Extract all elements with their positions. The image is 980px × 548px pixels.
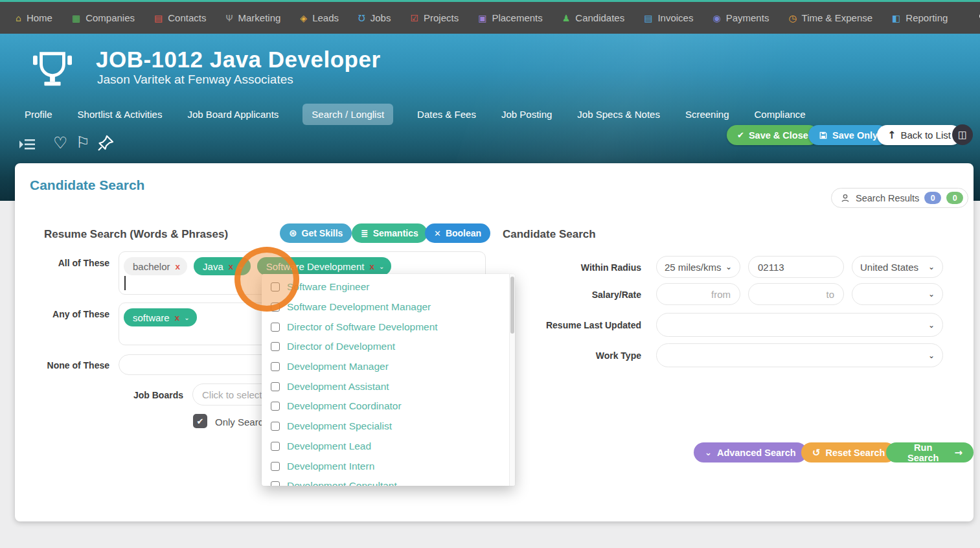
tab-compliance[interactable]: Compliance [753,104,806,125]
semantics-button[interactable]: ≣ Semantics [352,223,427,243]
checkbox-icon[interactable] [271,323,280,332]
panel-toggle-button[interactable]: ◫ [952,124,973,145]
advanced-search-button[interactable]: ⌄ Advanced Search [694,442,807,462]
tab-search-longlist[interactable]: Search / Longlist [302,104,393,125]
dropdown-option[interactable]: Development Lead [262,437,515,457]
nav-item-invoices[interactable]: ▤Invoices [644,12,693,23]
checkbox-icon[interactable] [271,303,280,312]
zip-input[interactable] [748,256,844,278]
nav-item-projects[interactable]: ☑Projects [410,12,459,23]
dropdown-option[interactable]: Development Assistant [262,376,515,396]
text-caret [124,276,126,290]
nav-item-companies[interactable]: ▦Companies [72,12,135,23]
boolean-button[interactable]: ✕ Boolean [425,223,490,243]
remove-tag-icon[interactable]: x [229,262,234,271]
get-skills-button[interactable]: ⊛ Get Skills [280,223,352,243]
tag-bachelor[interactable]: bachelor x [124,257,187,275]
country-select[interactable]: United States ⌄ [852,256,943,278]
payments-icon: ◉ [712,14,720,23]
checkbox-icon[interactable] [271,422,280,431]
nav-item-contacts[interactable]: ▤Contacts [154,12,206,23]
dropdown-option[interactable]: Director of Software Development [262,317,515,337]
dropdown-option[interactable]: Software Engineer [262,277,515,297]
boolean-x-icon: ✕ [434,229,441,238]
tab-profile[interactable]: Profile [23,104,54,125]
resume-last-updated-select[interactable]: ⌄ [656,313,943,337]
pin-icon[interactable] [97,135,114,152]
nav-item-marketing[interactable]: ΨMarketing [225,12,280,23]
nav-item-jobs[interactable]: ƱJobs [358,12,391,23]
tab-job-posting[interactable]: Job Posting [500,104,553,125]
salary-from-input[interactable] [656,283,740,305]
check-icon: ✔ [737,130,744,140]
save-close-button[interactable]: ✔ Save & Close [727,125,819,145]
reset-search-button[interactable]: ↺ Reset Search [801,442,896,462]
checkbox-icon[interactable] [271,362,280,371]
run-search-button[interactable]: Run Search → [886,442,974,462]
save-only-button[interactable]: Save Only [808,125,888,145]
nav-item-placements[interactable]: ▣Placements [478,12,543,23]
tab-dates-fees[interactable]: Dates & Fees [416,104,477,125]
nav-item-payments[interactable]: ◉Payments [712,12,769,23]
chevron-down-icon[interactable]: ⌄ [184,314,189,321]
remove-tag-icon[interactable]: x [176,262,181,271]
nav-item-time-expense[interactable]: ◷Time & Expense [788,12,872,23]
tab-job-board-applicants[interactable]: Job Board Applicants [186,104,280,125]
tag-software-development[interactable]: Software Development x ⌄ [257,257,392,275]
heart-icon[interactable]: ♡ [53,133,67,152]
chevron-down-icon: ⌄ [928,262,935,271]
tag-java[interactable]: Java x ⌄ [194,257,251,275]
salary-period-select[interactable]: ⌄ [852,283,943,305]
dropdown-option[interactable]: Software Development Manager [262,297,515,317]
none-of-these-label: None of These [15,360,109,371]
undo-icon: ↺ [812,447,821,459]
scrollbar-thumb[interactable] [510,277,514,334]
card-title: Candidate Search [30,177,144,193]
nav-item-candidates[interactable]: ♟Candidates [562,12,624,23]
home-icon: ⌂ [16,14,21,23]
search-results-pill[interactable]: Search Results 0 0 [831,188,968,208]
skills-icon: ⊛ [289,227,297,239]
queue-toggle-icon[interactable] [18,136,36,153]
salary-to-input[interactable] [748,283,844,305]
dropdown-option[interactable]: Development Coordinator [262,396,515,417]
checkbox-icon[interactable] [271,342,280,351]
resume-search-title: Resume Search (Words & Phrases) [44,228,228,241]
nav-item-reporting[interactable]: ◧Reporting [892,12,948,23]
checkbox-icon[interactable] [271,402,280,411]
checkbox-icon[interactable] [271,481,280,486]
job-title-suggestion-dropdown: Software Engineer Software Development M… [262,274,515,486]
tag-software[interactable]: software x ⌄ [124,308,197,326]
dropdown-option[interactable]: Development Manager [262,357,515,377]
reporting-icon: ◧ [892,14,900,23]
dropdown-option[interactable]: Director of Development [262,337,515,357]
back-to-list-button[interactable]: ↑ Back to List [877,125,961,145]
dropdown-scrollbar[interactable] [509,274,515,486]
checkbox-icon[interactable] [271,442,280,451]
chevron-down-icon[interactable]: ⌄ [238,263,243,270]
candidates-icon: ♟ [562,14,571,23]
work-type-select[interactable]: ⌄ [656,343,943,367]
semantics-icon: ≣ [361,228,369,238]
remove-tag-icon[interactable]: x [175,313,180,323]
only-search-checkbox[interactable]: ✔ [193,414,207,428]
dropdown-option[interactable]: Development Specialist [262,417,515,437]
contacts-icon: ▤ [154,14,163,23]
radius-select[interactable]: 25 miles/kms ⌄ [656,256,740,278]
remove-tag-icon[interactable]: x [369,262,374,271]
checkbox-icon[interactable] [271,382,280,391]
tab-screening[interactable]: Screening [684,104,731,125]
dropdown-option[interactable]: Development Consultant [262,476,515,486]
checkbox-icon[interactable] [271,282,280,291]
chevron-down-icon[interactable]: ⌄ [379,263,384,270]
any-of-these-tags: software x ⌄ [124,308,197,326]
companies-icon: ▦ [72,14,80,23]
checkbox-icon[interactable] [271,462,280,471]
dropdown-option[interactable]: Development Intern [262,456,515,476]
nav-item-home[interactable]: ⌂Home [16,12,52,23]
tab-job-specs-notes[interactable]: Job Specs & Notes [576,104,661,125]
chevron-down-icon: ⌄ [725,262,732,271]
nav-item-leads[interactable]: ◈Leads [300,12,339,23]
tab-shortlist-activities[interactable]: Shortlist & Activities [76,104,164,125]
flag-icon[interactable]: ⚐ [76,133,90,152]
